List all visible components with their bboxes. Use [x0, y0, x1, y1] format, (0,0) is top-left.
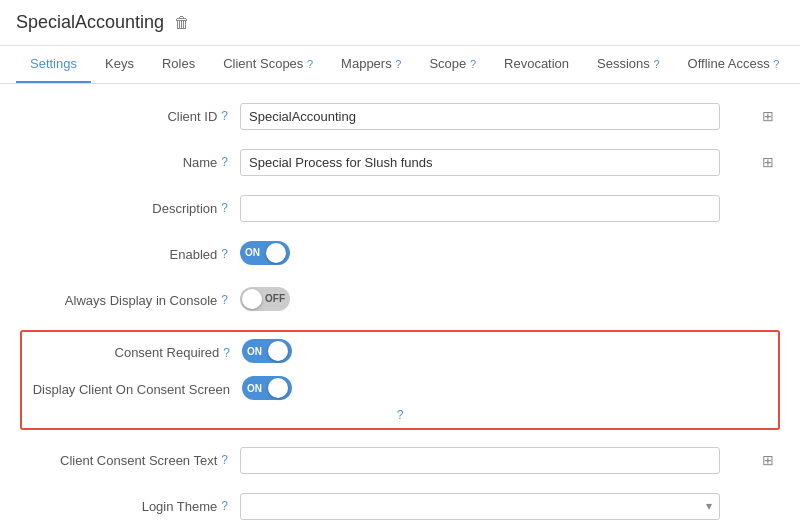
display-client-toggle-label: ON: [247, 383, 262, 394]
login-theme-help-icon[interactable]: ?: [221, 499, 228, 513]
enabled-label: Enabled ?: [20, 247, 240, 262]
app-title: SpecialAccounting: [16, 12, 164, 33]
tab-keys[interactable]: Keys: [91, 46, 148, 83]
consent-required-label: Consent Required ?: [22, 345, 242, 360]
description-control: [240, 195, 780, 222]
client-id-input[interactable]: [240, 103, 720, 130]
client-id-control: ⊞: [240, 103, 780, 130]
tab-scope[interactable]: Scope ?: [415, 46, 490, 83]
consent-screen-text-row: Client Consent Screen Text ? ⊞: [20, 444, 780, 476]
consent-required-toggle-label: ON: [247, 346, 262, 357]
tab-installation[interactable]: Installation ?: [793, 46, 800, 83]
login-theme-select[interactable]: [240, 493, 720, 520]
consent-required-row: Consent Required ? ON: [22, 334, 778, 371]
tab-roles[interactable]: Roles: [148, 46, 209, 83]
always-display-control: OFF: [240, 287, 780, 314]
sessions-help-icon: ?: [653, 58, 659, 70]
client-id-table-icon: ⊞: [762, 108, 774, 124]
display-client-label: Display Client On Consent Screen: [22, 382, 242, 397]
consent-required-control: ON: [242, 339, 778, 366]
consent-help-icon-bottom[interactable]: ?: [397, 408, 404, 422]
consent-required-help-icon[interactable]: ?: [223, 346, 230, 360]
scope-help-icon: ?: [470, 58, 476, 70]
login-theme-label: Login Theme ?: [20, 499, 240, 514]
enabled-help-icon[interactable]: ?: [221, 247, 228, 261]
app-header: SpecialAccounting 🗑: [0, 0, 800, 46]
consent-screen-table-icon: ⊞: [762, 452, 774, 468]
description-help-icon[interactable]: ?: [221, 201, 228, 215]
tab-revocation[interactable]: Revocation: [490, 46, 583, 83]
tab-settings[interactable]: Settings: [16, 46, 91, 83]
offline-access-help-icon: ?: [773, 58, 779, 70]
tab-client-scopes[interactable]: Client Scopes ?: [209, 46, 327, 83]
enabled-toggle-label: ON: [245, 247, 260, 258]
display-client-toggle[interactable]: ON: [242, 376, 292, 400]
name-label: Name ?: [20, 155, 240, 170]
tab-bar: Settings Keys Roles Client Scopes ? Mapp…: [0, 46, 800, 84]
name-input[interactable]: [240, 149, 720, 176]
always-display-label: Always Display in Console ?: [20, 293, 240, 308]
consent-screen-text-input[interactable]: [240, 447, 720, 474]
tab-mappers[interactable]: Mappers ?: [327, 46, 415, 83]
enabled-row: Enabled ? ON: [20, 238, 780, 270]
always-display-toggle-label: OFF: [265, 293, 285, 304]
consent-screen-text-control: ⊞: [240, 447, 780, 474]
login-theme-row: Login Theme ?: [20, 490, 780, 522]
description-row: Description ?: [20, 192, 780, 224]
client-id-help-icon[interactable]: ?: [221, 109, 228, 123]
display-client-control: ON: [242, 376, 778, 403]
description-input[interactable]: [240, 195, 720, 222]
always-display-row: Always Display in Console ? OFF: [20, 284, 780, 316]
trash-icon[interactable]: 🗑: [174, 14, 190, 32]
consent-screen-text-label: Client Consent Screen Text ?: [20, 453, 240, 468]
consent-screen-help-icon[interactable]: ?: [221, 453, 228, 467]
description-label: Description ?: [20, 201, 240, 216]
tab-sessions[interactable]: Sessions ?: [583, 46, 674, 83]
settings-content: Client ID ? ⊞ Name ? ⊞ Description ? Ena…: [0, 84, 800, 527]
login-theme-control: [240, 493, 780, 520]
enabled-control: ON: [240, 241, 780, 268]
consent-highlight-box: Consent Required ? ON Display Client On …: [20, 330, 780, 430]
name-table-icon: ⊞: [762, 154, 774, 170]
client-id-row: Client ID ? ⊞: [20, 100, 780, 132]
name-row: Name ? ⊞: [20, 146, 780, 178]
name-help-icon[interactable]: ?: [221, 155, 228, 169]
mappers-help-icon: ?: [395, 58, 401, 70]
name-control: ⊞: [240, 149, 780, 176]
login-theme-select-wrapper: [240, 493, 720, 520]
enabled-toggle[interactable]: ON: [240, 241, 290, 265]
always-display-toggle[interactable]: OFF: [240, 287, 290, 311]
tab-offline-access[interactable]: Offline Access ?: [674, 46, 794, 83]
always-display-help-icon[interactable]: ?: [221, 293, 228, 307]
display-client-row: Display Client On Consent Screen ON: [22, 371, 778, 408]
client-id-label: Client ID ?: [20, 109, 240, 124]
consent-required-toggle[interactable]: ON: [242, 339, 292, 363]
client-scopes-help-icon: ?: [307, 58, 313, 70]
